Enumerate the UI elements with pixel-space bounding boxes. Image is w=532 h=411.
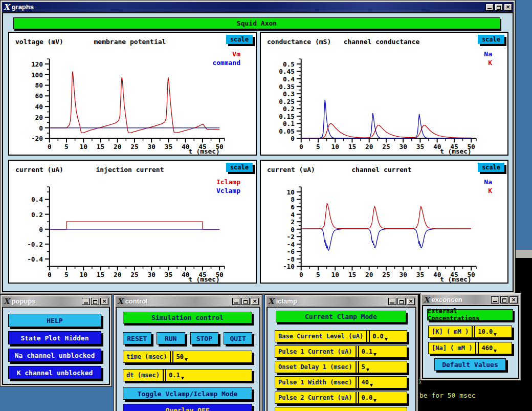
axis-unit-label: current (uA) bbox=[267, 166, 315, 174]
titlebar[interactable]: X control × bbox=[116, 296, 260, 306]
legend: Iclamp Vclamp bbox=[216, 178, 240, 195]
svg-text:80: 80 bbox=[35, 81, 43, 89]
titlebar[interactable]: X graphs × bbox=[2, 2, 514, 12]
field-divider bbox=[356, 346, 359, 357]
close-button[interactable]: × bbox=[407, 298, 415, 305]
k-concentration-field: [K] ( mM ) 10.0 bbox=[428, 326, 512, 338]
na-concentration-input[interactable]: 460 bbox=[479, 344, 512, 352]
svg-text:5: 5 bbox=[316, 143, 320, 150]
svg-text:35: 35 bbox=[165, 271, 172, 278]
na-channel-block-button[interactable]: Na channel unblocked bbox=[8, 349, 101, 362]
svg-text:t (msec): t (msec) bbox=[440, 275, 472, 283]
k-concentration-input[interactable]: 10.0 bbox=[475, 328, 512, 335]
close-button[interactable]: × bbox=[100, 298, 108, 305]
dt-field: dt (msec) 0.1 bbox=[123, 369, 252, 381]
svg-text:0.15: 0.15 bbox=[279, 113, 295, 120]
base-current-input[interactable]: 0.0 bbox=[370, 333, 407, 340]
maximize-button[interactable] bbox=[500, 296, 508, 304]
minimize-button[interactable] bbox=[388, 298, 396, 305]
scale-button[interactable]: scale bbox=[478, 35, 504, 44]
onset-delay1-input[interactable]: 5 bbox=[359, 363, 407, 371]
control-client-area: Simulation control RESET RUN STOP QUIT t… bbox=[116, 307, 260, 411]
svg-text:0: 0 bbox=[39, 226, 43, 233]
na-concentration-field: [Na] ( mM ) 460 bbox=[428, 342, 512, 354]
svg-text:25: 25 bbox=[130, 271, 138, 278]
svg-text:-0.2: -0.2 bbox=[27, 241, 43, 248]
titlebar[interactable]: X popups × bbox=[2, 296, 110, 306]
field-label: Base Current Level (uA) bbox=[275, 333, 366, 340]
run-button[interactable]: RUN bbox=[157, 332, 185, 344]
dt-input[interactable]: 0.1 bbox=[166, 372, 252, 379]
close-button[interactable]: × bbox=[509, 296, 518, 304]
simulation-control-header: Simulation control bbox=[123, 312, 252, 323]
maximize-button[interactable] bbox=[495, 4, 503, 11]
minimize-button[interactable] bbox=[485, 4, 494, 11]
time-input[interactable]: 50 bbox=[173, 353, 252, 360]
close-icon: × bbox=[252, 298, 257, 305]
svg-text:15: 15 bbox=[97, 271, 104, 278]
sim-button-row: RESET RUN STOP QUIT bbox=[123, 332, 252, 344]
help-button[interactable]: HELP bbox=[8, 314, 101, 327]
quit-button[interactable]: QUIT bbox=[224, 332, 252, 344]
minimize-button[interactable] bbox=[82, 298, 90, 305]
default-values-button[interactable]: Default Values bbox=[434, 358, 506, 371]
field-divider bbox=[475, 342, 479, 354]
close-icon: × bbox=[505, 4, 510, 10]
svg-text:10: 10 bbox=[331, 271, 339, 278]
toggle-clamp-mode-button[interactable]: Toggle Vclamp/Iclamp Mode bbox=[123, 387, 252, 400]
scale-button[interactable]: scale bbox=[478, 163, 504, 172]
field-label: Pulse 1 Width (msec) bbox=[275, 379, 356, 386]
axis-unit-label: current (uA) bbox=[15, 166, 63, 174]
scale-button[interactable]: scale bbox=[226, 35, 253, 44]
maximize-button[interactable] bbox=[91, 298, 99, 305]
graph-panel-membrane-potential: -2002040608010012005101520253035404550t … bbox=[8, 32, 257, 156]
svg-text:30: 30 bbox=[399, 271, 407, 278]
minimize-icon bbox=[234, 302, 238, 304]
window-title: iclamp bbox=[276, 297, 386, 305]
external-concentrations-header: External Concentrations bbox=[427, 309, 513, 320]
svg-text:0.4: 0.4 bbox=[31, 196, 43, 203]
legend: Vm command bbox=[212, 50, 240, 67]
minimize-icon bbox=[84, 302, 88, 304]
field-label: [Na] ( mM ) bbox=[429, 344, 475, 352]
minimize-button[interactable] bbox=[232, 298, 240, 305]
graph-title: channel conductance bbox=[322, 38, 441, 46]
iclamp-window: X iclamp × Current Clamp Mode Base Curre… bbox=[264, 294, 418, 411]
svg-text:10: 10 bbox=[331, 143, 339, 150]
titlebar[interactable]: X exconcen × bbox=[422, 295, 519, 305]
field-label: Onset Delay 1 (msec) bbox=[275, 363, 356, 371]
pulse1-width-input[interactable]: 40 bbox=[359, 379, 407, 386]
axis-unit-label: voltage (mV) bbox=[15, 38, 63, 46]
pulse2-current-input[interactable]: 0.0 bbox=[359, 394, 407, 401]
overlay-button[interactable]: Overlay OFF bbox=[123, 404, 252, 411]
svg-text:5: 5 bbox=[64, 143, 69, 150]
reset-button[interactable]: RESET bbox=[123, 332, 151, 344]
svg-text:120: 120 bbox=[31, 60, 43, 68]
close-button[interactable]: × bbox=[504, 4, 512, 11]
close-button[interactable]: × bbox=[251, 298, 259, 305]
close-icon: × bbox=[511, 297, 516, 303]
minimize-button[interactable] bbox=[491, 296, 499, 304]
exconcen-window: X exconcen × External Concentrations [K]… bbox=[420, 293, 521, 381]
k-channel-block-button[interactable]: K channel unblocked bbox=[8, 366, 101, 379]
pulse1-current-input[interactable]: 0.1 bbox=[359, 348, 407, 355]
legend-entry: Na bbox=[484, 178, 492, 186]
text-caret-icon bbox=[373, 399, 376, 402]
graphs-client-area: Squid Axon -2002040608010012005101520253… bbox=[2, 12, 514, 292]
close-icon: × bbox=[408, 298, 413, 305]
field-divider bbox=[163, 370, 166, 381]
maximize-icon bbox=[93, 300, 97, 304]
stop-button[interactable]: STOP bbox=[190, 332, 219, 344]
scale-button[interactable]: scale bbox=[226, 163, 253, 172]
plot-channel-conductance: 00.050.10.150.20.250.30.350.40.450.50510… bbox=[261, 33, 507, 155]
maximize-icon bbox=[243, 300, 248, 304]
maximize-button[interactable] bbox=[397, 298, 406, 305]
field-row-partial bbox=[275, 407, 407, 411]
field-divider bbox=[356, 392, 359, 403]
minimize-icon bbox=[487, 8, 492, 9]
maximize-button[interactable] bbox=[241, 298, 250, 305]
x11-logo-icon: X bbox=[424, 296, 430, 304]
titlebar[interactable]: X iclamp × bbox=[267, 296, 416, 306]
svg-text:t (msec): t (msec) bbox=[440, 147, 472, 155]
state-plot-button[interactable]: State Plot Hidden bbox=[8, 331, 101, 344]
